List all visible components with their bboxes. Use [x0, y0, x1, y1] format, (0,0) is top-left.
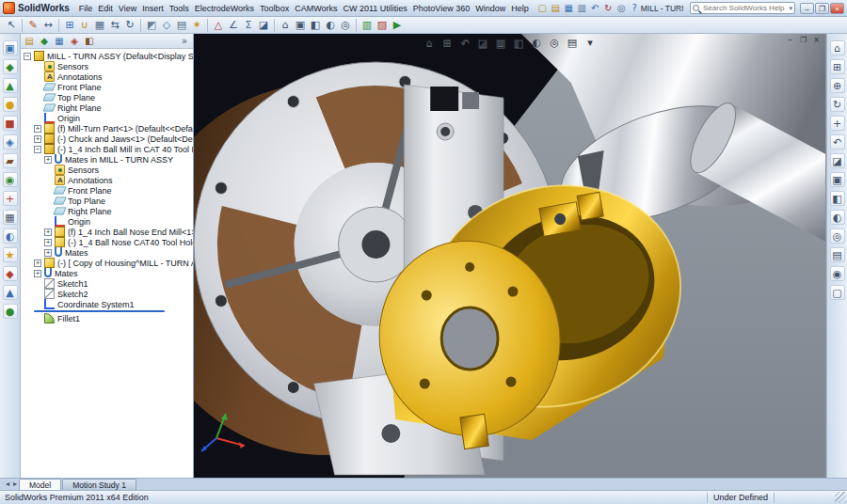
tree-item[interactable]: +(f) Mill-Turn Part<1> (Default<<Defau..… [21, 123, 193, 134]
zoom-in-out-icon[interactable]: ⊕ [830, 78, 845, 93]
menu-view[interactable]: View [116, 3, 139, 14]
reference-geometry-icon[interactable]: ◇ [159, 18, 174, 33]
menu-file[interactable]: File [76, 3, 96, 14]
rotate-component-icon[interactable]: ↻ [122, 18, 137, 33]
menu-cw-2011-utilities[interactable]: CW 2011 Utilities [340, 3, 409, 14]
menu-toolbox[interactable]: Toolbox [257, 3, 292, 14]
hide-show-items-icon[interactable]: ◐ [323, 18, 338, 33]
hide-show-icon[interactable]: ◐ [830, 210, 845, 225]
hide-show-items-icon[interactable]: ◐ [530, 36, 544, 50]
linear-pattern-icon[interactable]: ▦ [92, 18, 107, 33]
move-component-icon[interactable]: ⇆ [107, 18, 122, 33]
tree-item[interactable]: +Mates [21, 268, 193, 278]
zoom-area-icon[interactable]: ⊞ [440, 36, 455, 50]
zoom-to-fit-icon[interactable]: ⌂ [278, 18, 293, 33]
expand-toggle[interactable]: + [34, 125, 41, 133]
tree-item[interactable]: Front Plane [21, 185, 193, 196]
close-button[interactable]: × [830, 3, 844, 14]
appearances-icon[interactable]: ◎ [830, 228, 845, 244]
sketch-icon[interactable]: ✎ [25, 18, 40, 33]
expand-toggle[interactable]: + [34, 260, 41, 267]
help-icon[interactable]: ? [629, 2, 641, 14]
search-input[interactable] [701, 3, 787, 13]
camworks-feature-tree-icon[interactable]: ▥ [360, 18, 375, 33]
menu-insert[interactable]: Insert [139, 3, 167, 14]
open-icon[interactable]: ▤ [550, 2, 562, 14]
display-style-icon[interactable]: ◧ [830, 191, 845, 206]
appearances-icon[interactable]: ◎ [338, 18, 353, 33]
tab-motion-study-1[interactable]: Motion Study 1 [62, 479, 136, 490]
section-view-icon[interactable]: ◪ [830, 153, 845, 168]
new-document-icon[interactable]: ▢ [536, 2, 549, 14]
menu-photoview-360[interactable]: PhotoView 360 [410, 3, 472, 14]
menu-electrodeworks[interactable]: ElectrodeWorks [192, 3, 257, 14]
cw-stock-manager-icon[interactable]: ▦ [3, 210, 18, 225]
cw-save-operations-icon[interactable]: ◆ [3, 266, 18, 281]
cw-feature-tree-icon[interactable]: ▣ [3, 40, 18, 55]
tree-item[interactable]: +(-) 1_4 Ball Nose CAT40 Tool Holde... [21, 237, 193, 247]
scene-icon[interactable]: ▤ [830, 247, 845, 262]
display-style-icon[interactable]: ◧ [308, 18, 323, 33]
displaymanager-tab-icon[interactable]: ◧ [83, 35, 96, 47]
cw-extract-features-icon[interactable]: ▲ [3, 78, 18, 93]
options-icon[interactable]: ◎ [615, 2, 628, 14]
menu-edit[interactable]: Edit [95, 3, 116, 14]
search-box[interactable]: ▾ [690, 2, 795, 14]
expand-toggle[interactable]: + [34, 135, 41, 143]
exploded-view-icon[interactable]: ✶ [189, 18, 204, 33]
menu-camworks[interactable]: CAMWorks [292, 3, 340, 14]
tree-item[interactable]: Right Plane [21, 206, 193, 216]
view-orientation-icon[interactable]: ▣ [293, 18, 308, 33]
mate-icon[interactable]: ∪ [77, 18, 92, 33]
pan-icon[interactable]: + [830, 116, 845, 131]
doc-restore-button[interactable]: ❐ [798, 36, 808, 46]
previous-view-icon[interactable]: ↶ [830, 134, 845, 150]
configurationmanager-tab-icon[interactable]: ▦ [53, 35, 66, 47]
save-icon[interactable]: ▦ [563, 2, 575, 14]
tree-item[interactable]: Right Plane [21, 102, 193, 113]
featuremanager-tab-icon[interactable]: ▤ [23, 35, 36, 47]
camworks-operation-tree-icon[interactable]: ▨ [375, 18, 390, 33]
camera-icon[interactable]: ◉ [830, 266, 845, 281]
cw-publish-icon[interactable]: ▲ [3, 285, 18, 300]
tab-scroll-left-icon[interactable]: ◂ [4, 479, 11, 490]
rotate-view-icon[interactable]: ↻ [830, 97, 845, 112]
tab-model[interactable]: Model [19, 479, 61, 490]
tree-item[interactable]: Sketch1 [21, 278, 193, 289]
tree-item[interactable]: Top Plane [21, 92, 193, 102]
smart-dimension-icon[interactable]: ↔ [40, 18, 56, 33]
maximize-button[interactable]: ❐ [815, 3, 829, 14]
chevron-down-icon[interactable]: ▾ [789, 5, 792, 12]
doc-minimize-button[interactable]: – [785, 36, 795, 46]
rebuild-icon[interactable]: ↻ [602, 2, 615, 14]
cw-help-icon[interactable]: ● [3, 304, 18, 319]
cw-machine-setup-icon[interactable]: + [3, 191, 18, 206]
tree-item[interactable]: Coordinate System1 [21, 299, 193, 309]
tree-item[interactable]: Sensors [21, 61, 193, 71]
cw-post-process-icon[interactable]: ◉ [3, 172, 18, 187]
insert-component-icon[interactable]: ⊞ [62, 18, 77, 33]
expand-toggle[interactable]: + [44, 249, 52, 257]
cw-operation-tree-icon[interactable]: ◆ [3, 59, 18, 74]
dimxpertmanager-tab-icon[interactable]: ◈ [68, 35, 81, 47]
tree-item[interactable]: Top Plane [21, 196, 193, 206]
minimize-button[interactable]: – [800, 3, 814, 14]
display-style-icon[interactable]: ◧ [512, 36, 526, 50]
graphics-viewport[interactable]: ⌂⊞↶◪▣◧◐◎▤▾ – ❐ × [194, 34, 825, 478]
menu-window[interactable]: Window [472, 3, 508, 14]
resize-grip[interactable] [835, 492, 846, 503]
view-orientation-icon[interactable]: ▣ [830, 172, 845, 187]
tree-item[interactable]: +(-) Chuck and Jaws<1> (Default<Defa... [21, 134, 193, 144]
cw-tool-crib-icon[interactable]: ◐ [3, 228, 18, 244]
bill-of-materials-icon[interactable]: ▤ [174, 18, 189, 33]
undo-icon[interactable]: ↶ [589, 2, 601, 14]
doc-close-button[interactable]: × [811, 36, 822, 46]
section-view-icon[interactable]: ◪ [256, 18, 271, 33]
zoom-fit-icon[interactable]: ⌂ [423, 36, 437, 50]
tree-item[interactable]: −MILL - TURN ASSY (Default<Display Stat [21, 51, 193, 61]
tree-item[interactable]: Sketch2 [21, 289, 193, 299]
assembly-features-icon[interactable]: ◩ [144, 18, 159, 33]
rollback-bar[interactable] [34, 310, 165, 312]
tree-item[interactable]: Sensors [21, 165, 193, 175]
tree-item[interactable]: −(-) 1_4 Inch Ball Mill in CAT 40 Tool H… [21, 144, 193, 154]
